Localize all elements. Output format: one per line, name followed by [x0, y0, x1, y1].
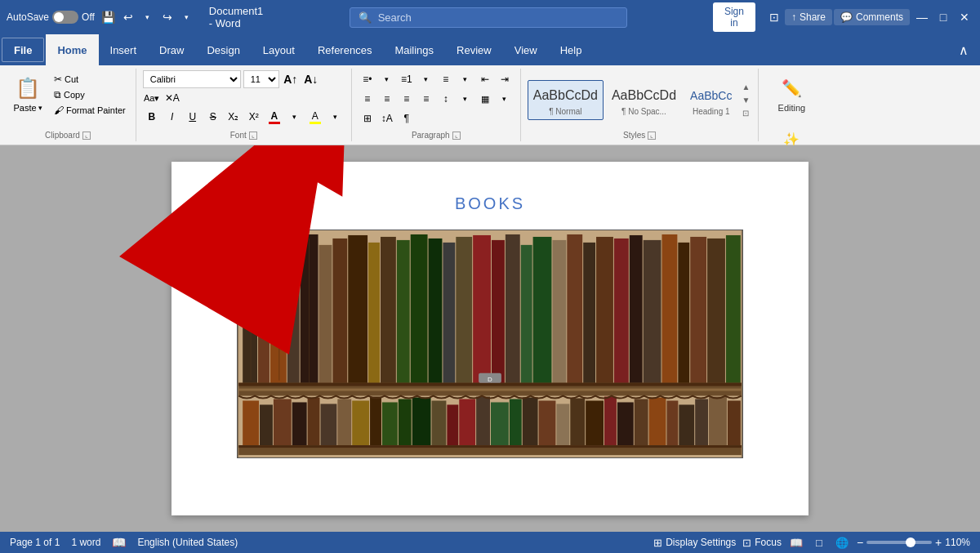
- line-spacing-dropdown[interactable]: ▾: [457, 90, 474, 108]
- bullets-button[interactable]: ≡•: [359, 70, 376, 88]
- collapse-ribbon-button[interactable]: ∧: [947, 34, 980, 65]
- styles-more-button[interactable]: ⊡: [740, 107, 751, 118]
- svg-rect-65: [617, 402, 634, 445]
- font-color-dropdown[interactable]: ▾: [286, 108, 304, 126]
- shading-dropdown[interactable]: ▾: [496, 90, 514, 108]
- clipboard-expand[interactable]: ⌞: [82, 132, 91, 140]
- paste-dropdown-icon[interactable]: ▾: [38, 104, 42, 112]
- undo-icon[interactable]: ↩: [121, 10, 136, 25]
- superscript-button[interactable]: X²: [245, 108, 263, 126]
- tab-file[interactable]: File: [2, 38, 44, 62]
- svg-rect-18: [473, 235, 491, 385]
- paste-label: Paste: [13, 103, 36, 113]
- multilevel-dropdown[interactable]: ▾: [457, 70, 474, 88]
- decrease-indent-button[interactable]: ⇤: [476, 70, 494, 88]
- align-right-button[interactable]: ≡: [398, 90, 416, 108]
- display-settings-button[interactable]: ⊞ Display Settings: [653, 537, 736, 549]
- comments-button[interactable]: 💬 Comments: [834, 9, 910, 25]
- bullets-dropdown[interactable]: ▾: [378, 70, 396, 88]
- quick-access-icon[interactable]: ▾: [180, 10, 194, 25]
- paste-button[interactable]: 📋 Paste ▾: [7, 70, 49, 129]
- focus-button[interactable]: ⊡ Focus: [742, 537, 782, 549]
- autosave-toggle[interactable]: [52, 11, 78, 24]
- styles-up-button[interactable]: ▲: [740, 81, 751, 92]
- align-center-button[interactable]: ≡: [378, 90, 396, 108]
- font-size-select[interactable]: 11: [243, 70, 279, 88]
- clipboard-group: 📋 Paste ▾ ✂ Cut ⧉ Copy: [0, 69, 136, 141]
- proofing-icon[interactable]: 📖: [112, 536, 126, 549]
- print-layout-button[interactable]: □: [811, 535, 827, 550]
- subscript-button[interactable]: X₂: [225, 108, 243, 126]
- grow-font-button[interactable]: A↑: [282, 70, 300, 88]
- format-painter-icon: 🖌: [54, 105, 64, 116]
- para-expand[interactable]: ⌞: [452, 132, 461, 140]
- line-spacing-button[interactable]: ↕: [437, 90, 455, 108]
- maximize-button[interactable]: □: [934, 8, 952, 26]
- cut-button[interactable]: ✂ Cut: [51, 72, 129, 87]
- increase-indent-button[interactable]: ⇥: [496, 70, 514, 88]
- zoom-in-button[interactable]: +: [935, 536, 942, 549]
- box-icon[interactable]: ⊡: [767, 10, 782, 25]
- tab-references[interactable]: References: [306, 34, 383, 65]
- share-button[interactable]: ↑ Share: [785, 9, 832, 25]
- zoom-slider[interactable]: [866, 541, 932, 544]
- sign-in-button[interactable]: Sign in: [713, 2, 755, 32]
- tab-layout[interactable]: Layout: [252, 34, 306, 65]
- format-painter-button[interactable]: 🖌 Format Painter: [51, 103, 129, 118]
- tab-draw[interactable]: Draw: [148, 34, 195, 65]
- minimize-button[interactable]: —: [913, 8, 931, 26]
- font-color-button[interactable]: A: [265, 108, 283, 126]
- numbering-dropdown[interactable]: ▾: [417, 70, 435, 88]
- tab-insert[interactable]: Insert: [99, 34, 149, 65]
- style-normal[interactable]: AaBbCcDd ¶ Normal: [528, 80, 604, 120]
- tab-design[interactable]: Design: [195, 34, 251, 65]
- multilevel-button[interactable]: ≡: [437, 70, 455, 88]
- clear-format-button[interactable]: ✕A: [163, 89, 181, 107]
- read-mode-button[interactable]: 📖: [788, 535, 804, 550]
- style-heading1[interactable]: AaBbCc Heading 1: [684, 80, 737, 120]
- highlight-color-button[interactable]: A: [306, 108, 324, 126]
- styles-down-button[interactable]: ▼: [740, 94, 751, 105]
- change-case-button[interactable]: Aa▾: [143, 89, 161, 107]
- style-no-spacing[interactable]: AaBbCcDd ¶ No Spac...: [606, 80, 682, 120]
- tab-review[interactable]: Review: [445, 34, 503, 65]
- title-bar-icons: 💾 ↩ ▾ ↪ ▾: [101, 10, 194, 25]
- document-page[interactable]: BOOKS: [172, 162, 808, 515]
- svg-rect-43: [274, 399, 292, 446]
- tab-help[interactable]: Help: [549, 34, 594, 65]
- font-family-select[interactable]: Calibri: [143, 70, 241, 88]
- search-input[interactable]: [378, 11, 607, 24]
- shading-button[interactable]: ▦: [476, 90, 494, 108]
- cut-icon: ✂: [54, 74, 62, 85]
- redo-icon[interactable]: ↪: [160, 10, 175, 25]
- undo-dropdown-icon[interactable]: ▾: [140, 10, 155, 25]
- close-button[interactable]: ✕: [956, 8, 973, 26]
- save-icon[interactable]: 💾: [101, 10, 116, 25]
- tab-home[interactable]: Home: [46, 34, 98, 65]
- align-left-button[interactable]: ≡: [359, 90, 376, 108]
- search-box[interactable]: 🔍: [350, 7, 627, 28]
- font-expand[interactable]: ⌞: [249, 132, 257, 140]
- tab-mailings[interactable]: Mailings: [383, 34, 445, 65]
- show-para-button[interactable]: ¶: [398, 109, 416, 127]
- tab-view[interactable]: View: [503, 34, 549, 65]
- copy-button[interactable]: ⧉ Copy: [51, 87, 129, 102]
- sort-button[interactable]: ↕A: [378, 109, 396, 127]
- justify-button[interactable]: ≡: [417, 90, 435, 108]
- highlight-dropdown[interactable]: ▾: [327, 108, 345, 126]
- status-bar: Page 1 of 1 1 word 📖 English (United Sta…: [0, 532, 980, 553]
- shrink-font-button[interactable]: A↓: [302, 70, 320, 88]
- web-layout-button[interactable]: 🌐: [834, 535, 850, 550]
- style-normal-label: ¶ Normal: [549, 107, 581, 116]
- italic-button[interactable]: I: [163, 108, 181, 126]
- numbering-button[interactable]: ≡1: [398, 70, 416, 88]
- zoom-out-button[interactable]: −: [857, 536, 863, 549]
- borders-button[interactable]: ⊞: [359, 109, 376, 127]
- search-icon: 🔍: [359, 11, 372, 24]
- strikethrough-button[interactable]: S: [204, 108, 222, 126]
- editing-button[interactable]: ✏️ Editing: [770, 70, 814, 118]
- underline-button[interactable]: U: [184, 108, 202, 126]
- language-indicator[interactable]: English (United States): [137, 537, 238, 548]
- bold-button[interactable]: B: [143, 108, 161, 126]
- styles-expand[interactable]: ⌞: [648, 132, 656, 140]
